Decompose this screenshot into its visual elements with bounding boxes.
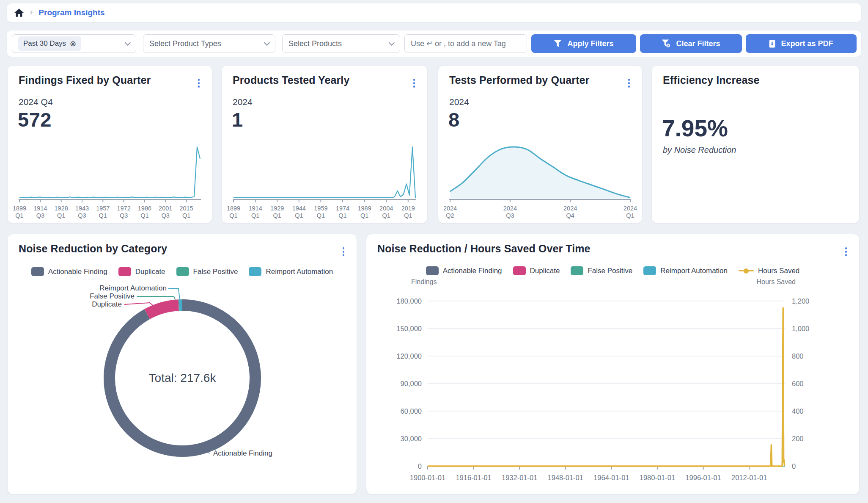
clear-filters-button[interactable]: Clear Filters [640, 34, 742, 53]
x-tick-label: 2001 [159, 205, 172, 212]
kebab-menu-icon[interactable] [197, 77, 201, 89]
x-tick-label: 2015 [179, 205, 193, 212]
callout-actionable-finding: Actionable Finding [213, 449, 272, 458]
x-tick-label: 1944 [292, 205, 306, 212]
x-tick-label: 1929 [270, 205, 284, 212]
x-tick-label: 1959 [314, 205, 327, 212]
x-tick-label: Q4 [566, 212, 574, 219]
x-tick-label: Q1 [15, 212, 23, 219]
card-title: Efficiency Increase [663, 74, 759, 86]
legend-item[interactable]: Reimport Automation [643, 266, 728, 275]
date-range-tag[interactable]: Past 30 Days ⊗ [18, 36, 81, 51]
legend-swatch [513, 266, 526, 275]
x-tick-label: Q1 [360, 212, 368, 219]
y-tick-label-right: 400 [792, 407, 804, 415]
kpi-value: 1 [232, 108, 243, 131]
donut-total-label: Total: 217.6k [149, 371, 216, 385]
legend-item[interactable]: Actionable Finding [31, 267, 107, 276]
y-tick-label-left: 180,000 [396, 297, 422, 305]
y-tick-label-left: 150,000 [396, 325, 422, 332]
x-tick-label: Q3 [506, 212, 514, 219]
remove-tag-icon[interactable]: ⊗ [70, 40, 76, 47]
legend-swatch [426, 266, 439, 275]
callout-false-positive: False Positive [90, 292, 135, 301]
x-tick-label: 1928 [55, 205, 68, 212]
legend-item[interactable]: Duplicate [118, 267, 165, 276]
file-download-icon [769, 40, 775, 48]
legend-item[interactable]: Hours Saved [739, 266, 799, 275]
funnel-icon [554, 40, 562, 47]
legend-swatch [643, 266, 656, 275]
sparkline-chart: 1899Q11914Q11929Q11944Q11959Q11974Q11989… [233, 144, 417, 221]
series-line-hours-saved [428, 308, 785, 466]
y-tick-label-left: 0 [418, 462, 422, 470]
x-tick-label: 1980-01-01 [640, 474, 675, 481]
chevron-down-icon [389, 40, 395, 46]
x-tick-label: Q1 [382, 212, 390, 219]
donut-slice [147, 305, 179, 314]
products-select[interactable]: Select Products [282, 34, 400, 53]
left-axis-title: Findings [411, 278, 437, 286]
date-range-tag-label: Past 30 Days [23, 39, 66, 48]
export-pdf-button[interactable]: Export as PDF [746, 34, 857, 53]
legend-item[interactable]: False Positive [571, 266, 632, 275]
area-chart: 2024Q22024Q32024Q42024Q1 [449, 144, 632, 221]
callout-duplicate: Duplicate [92, 300, 122, 309]
card-title: Noise Reduction by Category [19, 243, 167, 255]
y-tick-label-left: 60,000 [401, 407, 422, 415]
funnel-clear-icon [662, 39, 670, 48]
legend-label: Duplicate [135, 268, 165, 276]
timeseries-legend: Actionable Finding Duplicate False Posit… [366, 266, 859, 275]
x-tick-label: 2019 [401, 205, 415, 212]
breadcrumb-separator-icon: › [30, 8, 33, 17]
legend-swatch [571, 266, 583, 275]
legend-label: Reimport Automation [266, 268, 333, 276]
legend-item[interactable]: Reimport Automation [249, 267, 333, 276]
chevron-down-icon [264, 40, 270, 46]
x-tick-label: 1948-01-01 [548, 474, 583, 481]
tag-input[interactable] [404, 34, 527, 53]
donut-card: Noise Reduction by Category Actionable F… [7, 234, 357, 495]
apply-filters-button[interactable]: Apply Filters [531, 34, 636, 53]
legend-item[interactable]: Actionable Finding [426, 266, 502, 275]
timeseries-chart: 180,0001,200150,0001,000120,00080090,000… [366, 289, 860, 492]
x-tick-label: Q1 [182, 212, 190, 219]
legend-label: Reimport Automation [660, 267, 728, 275]
kebab-menu-icon[interactable] [627, 77, 632, 89]
x-tick-label: Q1 [404, 212, 412, 219]
y-tick-label-right: 800 [792, 352, 804, 360]
x-tick-label: 1957 [96, 205, 110, 212]
kebab-menu-icon[interactable] [341, 246, 346, 257]
clear-filters-label: Clear Filters [676, 39, 720, 48]
x-tick-label: Q1 [140, 212, 148, 219]
x-tick-label: 1914 [248, 205, 262, 212]
kpi-card-efficiency: Efficiency Increase 7.95% by Noise Reduc… [651, 65, 860, 224]
legend-swatch [249, 267, 261, 276]
kpi-value: 572 [18, 108, 52, 131]
kpi-value: 8 [448, 108, 460, 131]
home-icon[interactable] [14, 8, 24, 17]
x-tick-label: 1916-01-01 [456, 474, 491, 481]
x-tick-label: Q3 [78, 212, 86, 219]
x-tick-label: 2004 [379, 205, 393, 212]
y-tick-label-left: 90,000 [401, 380, 422, 387]
legend-swatch [176, 267, 189, 276]
legend-label: False Positive [193, 268, 238, 276]
date-range-select[interactable]: Past 30 Days ⊗ [12, 34, 136, 53]
x-tick-label: 1932-01-01 [502, 474, 537, 481]
y-tick-label-right: 200 [792, 435, 804, 442]
legend-label: Duplicate [530, 267, 560, 275]
x-tick-label: 2024 [503, 205, 517, 212]
card-title: Products Tested Yearly [233, 74, 349, 86]
x-tick-label: Q1 [338, 212, 346, 219]
legend-label: Actionable Finding [48, 268, 107, 276]
x-tick-label: 1914 [33, 205, 47, 212]
kebab-menu-icon[interactable] [412, 77, 417, 89]
legend-item[interactable]: Duplicate [513, 266, 560, 275]
legend-item[interactable]: False Positive [176, 267, 238, 276]
product-types-select[interactable]: Select Product Types [143, 34, 275, 53]
x-tick-label: Q1 [229, 212, 237, 219]
kebab-menu-icon[interactable] [844, 246, 849, 257]
breadcrumb-current[interactable]: Program Insights [38, 8, 104, 17]
x-tick-label: 1986 [138, 205, 151, 212]
